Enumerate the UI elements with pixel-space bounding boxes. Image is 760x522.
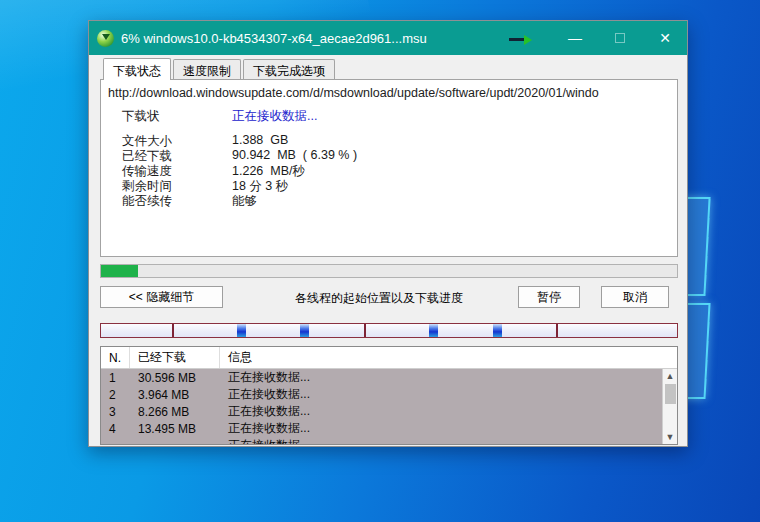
table-cell: 正在接收数据... [220,420,662,437]
status-field-row: 下载状正在接收数据... [101,108,677,124]
thread-start-marker [172,324,174,337]
status-field-row: 剩余时间18 分 3 秒 [101,178,677,194]
threads-caption: 各线程的起始位置以及下载进度 [259,290,499,307]
scroll-down-icon[interactable]: ▼ [663,430,678,444]
table-cell: 8.266 MB [130,405,220,419]
field-label: 下载状 [122,108,160,125]
download-details-panel: http://download.windowsupdate.com/d/msdo… [100,79,678,257]
thread-positions-bar [100,323,678,338]
column-header-info[interactable]: 信息 [220,347,677,368]
status-field-row: 传输速度1.226 MB/秒 [101,163,677,179]
scrollbar-thumb[interactable] [665,384,676,404]
thread-start-marker [364,324,366,337]
scroll-up-icon[interactable]: ▲ [663,369,678,383]
column-header-n[interactable]: N. [101,347,130,368]
table-row[interactable]: 正在接收数据... [101,437,662,444]
table-cell: 13.495 MB [130,422,220,436]
table-cell: 正在接收数据... [220,403,662,420]
close-icon: ✕ [659,30,671,46]
threads-table-body: 130.596 MB正在接收数据...23.964 MB正在接收数据...38.… [101,369,662,444]
idm-logo-icon [97,30,114,47]
maximize-button[interactable] [598,21,642,55]
tab-download-status[interactable]: 下载状态 [103,58,171,80]
status-field-row: 能否续传能够 [101,193,677,209]
drop-target-arrow-icon [509,35,535,45]
thread-progress-block [429,324,438,337]
tab-strip: 下载状态 速度限制 下载完成选项 [103,59,337,80]
table-row[interactable]: 130.596 MB正在接收数据... [101,369,662,386]
hide-details-button[interactable]: << 隐藏细节 [100,286,223,308]
progress-fill [101,265,138,277]
window-title: 6% windows10.0-kb4534307-x64_aecae2d961.… [121,31,427,46]
thread-start-marker [556,324,558,337]
table-cell: 2 [101,388,130,402]
field-value: 能够 [232,193,257,210]
cancel-button[interactable]: 取消 [601,286,669,308]
table-cell: 1 [101,371,130,385]
table-cell: 正在接收数据... [220,369,662,386]
table-cell: 正在接收数据... [220,437,662,444]
field-value: 1.388 GB [232,133,288,147]
maximize-icon [615,33,625,43]
thread-progress-block [237,324,246,337]
tab-on-completion-options[interactable]: 下载完成选项 [243,59,335,80]
table-row[interactable]: 413.495 MB正在接收数据... [101,420,662,437]
close-button[interactable]: ✕ [643,21,687,55]
table-cell: 3.964 MB [130,388,220,402]
field-label: 能否续传 [122,193,172,210]
tab-speed-limit[interactable]: 速度限制 [173,59,241,80]
table-cell: 正在接收数据... [220,386,662,403]
status-field-row: 文件大小1.388 GB [101,133,677,149]
threads-table-header: N. 已经下载 信息 [101,347,677,369]
status-field-row: 已经下载90.942 MB ( 6.39 % ) [101,148,677,164]
minimize-icon: — [568,30,582,46]
field-value: 90.942 MB ( 6.39 % ) [232,148,357,162]
thread-progress-block [300,324,309,337]
table-cell: 4 [101,422,130,436]
table-scrollbar[interactable]: ▲ ▼ [662,369,677,444]
field-value: 正在接收数据... [232,108,317,125]
table-cell: 3 [101,405,130,419]
table-row[interactable]: 23.964 MB正在接收数据... [101,386,662,403]
table-cell: 30.596 MB [130,371,220,385]
threads-table: N. 已经下载 信息 130.596 MB正在接收数据...23.964 MB正… [100,346,678,445]
download-url: http://download.windowsupdate.com/d/msdo… [108,86,676,100]
idm-download-window: 6% windows10.0-kb4534307-x64_aecae2d961.… [88,20,688,447]
pause-button[interactable]: 暂停 [518,286,580,308]
table-row[interactable]: 38.266 MB正在接收数据... [101,403,662,420]
minimize-button[interactable]: — [553,21,597,55]
overall-progress-bar [100,264,678,278]
titlebar[interactable]: 6% windows10.0-kb4534307-x64_aecae2d961.… [89,21,687,55]
column-header-downloaded[interactable]: 已经下载 [130,347,220,368]
thread-progress-block [493,324,502,337]
